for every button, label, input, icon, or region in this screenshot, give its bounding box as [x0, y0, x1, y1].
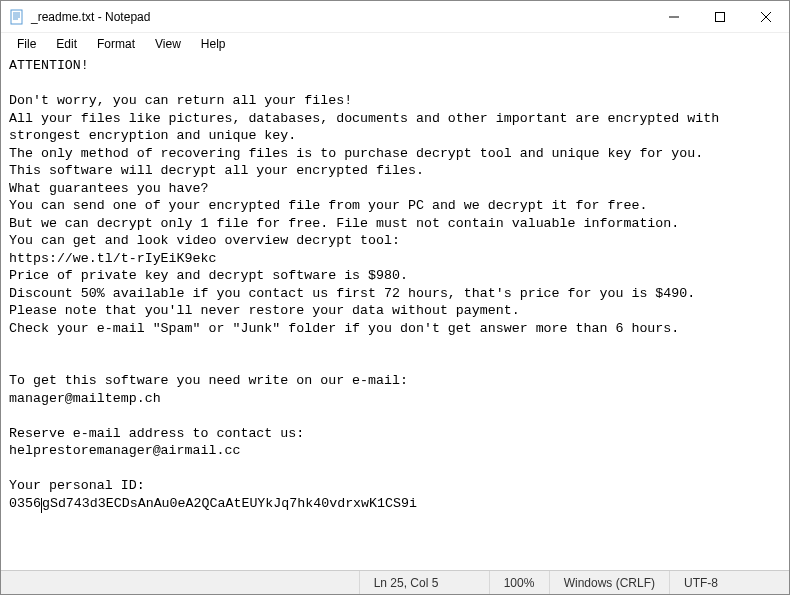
menu-help[interactable]: Help: [191, 35, 236, 53]
menu-file[interactable]: File: [7, 35, 46, 53]
text-after-caret: gSd743d3ECDsAnAu0eA2QCaAtEUYkJq7hk40vdrx…: [42, 496, 417, 511]
maximize-button[interactable]: [697, 1, 743, 32]
status-zoom: 100%: [489, 571, 549, 594]
status-position: Ln 25, Col 5: [359, 571, 489, 594]
menu-format[interactable]: Format: [87, 35, 145, 53]
status-encoding: UTF-8: [669, 571, 789, 594]
text-caret: [41, 498, 42, 513]
menu-view[interactable]: View: [145, 35, 191, 53]
notepad-icon: [9, 9, 25, 25]
text-area[interactable]: ATTENTION! Don't worry, you can return a…: [1, 55, 789, 570]
window-title: _readme.txt - Notepad: [31, 10, 651, 24]
titlebar: _readme.txt - Notepad: [1, 1, 789, 33]
menubar: File Edit Format View Help: [1, 33, 789, 55]
window-controls: [651, 1, 789, 32]
status-line-ending: Windows (CRLF): [549, 571, 669, 594]
menu-edit[interactable]: Edit: [46, 35, 87, 53]
text-before-caret: ATTENTION! Don't worry, you can return a…: [9, 58, 727, 511]
svg-rect-6: [716, 12, 725, 21]
statusbar: Ln 25, Col 5 100% Windows (CRLF) UTF-8: [1, 570, 789, 594]
notepad-window: _readme.txt - Notepad File Edit Format V…: [0, 0, 790, 595]
close-button[interactable]: [743, 1, 789, 32]
minimize-button[interactable]: [651, 1, 697, 32]
